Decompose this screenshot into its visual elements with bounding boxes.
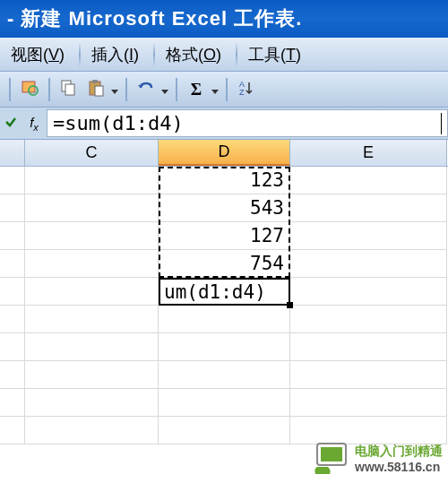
cell-e5[interactable] xyxy=(290,278,447,306)
window-title: - 新建 Microsoft Excel 工作表. xyxy=(7,5,302,32)
grid-row xyxy=(0,333,448,361)
watermark-line1: 电脑入门到精通 xyxy=(355,444,443,460)
cell[interactable] xyxy=(0,194,25,222)
cell-c1[interactable] xyxy=(25,167,159,194)
cell[interactable] xyxy=(0,222,25,250)
grid-row: 127 xyxy=(0,222,448,250)
paste-button[interactable] xyxy=(84,78,108,101)
cell-d9[interactable] xyxy=(159,389,290,417)
grid-row: 543 xyxy=(0,194,448,222)
cell[interactable] xyxy=(0,306,25,333)
cell-d4[interactable]: 754 xyxy=(159,250,290,278)
cell-d8[interactable] xyxy=(159,361,290,389)
cell-e2[interactable] xyxy=(290,194,447,222)
grid-row xyxy=(0,389,448,417)
grid-row xyxy=(0,361,448,389)
cell-c10[interactable] xyxy=(25,417,159,444)
cell[interactable] xyxy=(0,250,25,278)
toolbar-separator xyxy=(176,78,177,101)
undo-icon xyxy=(137,79,155,100)
cell-c5[interactable] xyxy=(25,278,159,306)
menu-tools[interactable]: 工具(T) xyxy=(241,40,312,69)
text-cursor xyxy=(441,113,442,134)
sort-asc-button[interactable]: AZ xyxy=(235,78,258,101)
menu-bar: 视图(V) 插入(I) 格式(O) 工具(T) xyxy=(0,38,448,72)
toolbar-separator xyxy=(125,78,127,101)
cell-c6[interactable] xyxy=(25,306,159,333)
cell[interactable] xyxy=(0,333,25,361)
formula-input-container[interactable]: =sum(d1:d4) xyxy=(47,109,448,137)
cell[interactable] xyxy=(0,167,25,194)
column-header-d[interactable]: D xyxy=(159,140,290,166)
active-cell-text: um(d1:d4) xyxy=(164,281,266,303)
menu-format[interactable]: 格式(O) xyxy=(159,40,232,69)
cell[interactable] xyxy=(0,417,25,444)
cell-e1[interactable] xyxy=(290,167,447,194)
svg-rect-5 xyxy=(92,80,98,83)
menu-view[interactable]: 视图(V) xyxy=(4,40,75,69)
toolbar-separator xyxy=(9,78,11,101)
cell-d10[interactable] xyxy=(159,417,290,444)
grid-rows: 123 543 127 754 xyxy=(0,167,448,444)
watermark-line2: www.58116.cn xyxy=(355,460,443,474)
column-headers: C D E xyxy=(0,140,448,167)
cell-d7[interactable] xyxy=(159,333,290,361)
undo-button[interactable] xyxy=(134,78,158,101)
menu-separator xyxy=(79,42,81,67)
autosum-dropdown[interactable] xyxy=(210,78,220,101)
sigma-icon: Σ xyxy=(191,80,202,99)
check-icon xyxy=(4,116,17,132)
toolbar-separator xyxy=(226,78,228,101)
cell[interactable] xyxy=(0,278,25,306)
cell-c3[interactable] xyxy=(25,222,159,250)
paste-dropdown[interactable] xyxy=(109,78,120,101)
preview-icon xyxy=(21,79,39,100)
grid-row: 754 xyxy=(0,250,448,278)
cell-d1[interactable]: 123 xyxy=(159,167,290,194)
spreadsheet-grid: C D E 123 543 127 754 xyxy=(0,140,448,444)
watermark-icon xyxy=(312,440,349,478)
autosum-button[interactable]: Σ xyxy=(185,78,208,101)
formula-bar: fx =sum(d1:d4) xyxy=(0,108,448,140)
cell-c7[interactable] xyxy=(25,333,159,361)
cell-c9[interactable] xyxy=(25,389,159,417)
cell-c8[interactable] xyxy=(25,361,159,389)
title-bar: - 新建 Microsoft Excel 工作表. xyxy=(0,0,448,38)
column-header-partial[interactable] xyxy=(0,140,25,166)
column-header-e[interactable]: E xyxy=(290,140,447,166)
fx-icon: fx xyxy=(30,115,39,133)
svg-rect-6 xyxy=(95,86,103,96)
grid-row xyxy=(0,306,448,333)
cell-d6[interactable] xyxy=(159,306,290,333)
column-header-c[interactable]: C xyxy=(25,140,159,166)
cell-d2[interactable]: 543 xyxy=(159,194,290,222)
menu-separator xyxy=(236,42,237,67)
svg-rect-3 xyxy=(65,84,74,95)
cell-c2[interactable] xyxy=(25,194,159,222)
grid-row: 123 xyxy=(0,167,448,194)
formula-confirm-button[interactable] xyxy=(0,108,22,140)
cell-e9[interactable] xyxy=(290,389,447,417)
cell-e4[interactable] xyxy=(290,250,447,278)
cell[interactable] xyxy=(0,361,25,389)
menu-insert[interactable]: 插入(I) xyxy=(84,40,150,69)
cell-e6[interactable] xyxy=(290,306,447,333)
copy-button[interactable] xyxy=(57,78,81,101)
svg-text:Z: Z xyxy=(239,88,245,97)
watermark-text: 电脑入门到精通 www.58116.cn xyxy=(355,444,443,474)
cell-e7[interactable] xyxy=(290,333,447,361)
chevron-down-icon xyxy=(211,82,219,98)
formula-input[interactable]: =sum(d1:d4) xyxy=(53,112,441,134)
toolbar-separator xyxy=(48,78,50,101)
cell-c4[interactable] xyxy=(25,250,159,278)
cell-d3[interactable]: 127 xyxy=(159,222,290,250)
preview-button[interactable] xyxy=(18,78,41,101)
cell-e3[interactable] xyxy=(290,222,447,250)
undo-dropdown[interactable] xyxy=(159,78,170,101)
cell-e8[interactable] xyxy=(290,361,447,389)
toolbar: Σ AZ xyxy=(0,72,448,108)
fx-label[interactable]: fx xyxy=(22,115,47,133)
chevron-down-icon xyxy=(111,82,118,98)
svg-rect-10 xyxy=(321,447,342,461)
cell[interactable] xyxy=(0,389,25,417)
